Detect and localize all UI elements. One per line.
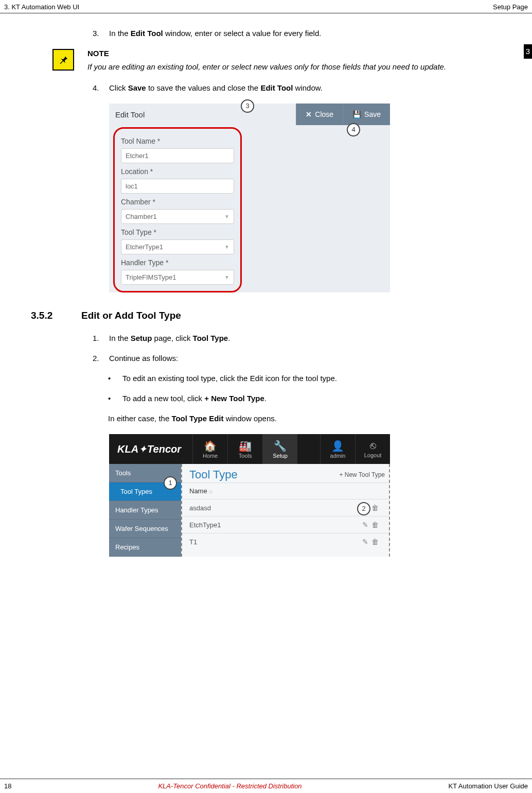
- tool-name-label: Tool Name *: [121, 137, 234, 145]
- figure-edit-tool: Edit Tool ✕Close 💾Save Tool Name * Etche…: [109, 104, 390, 292]
- wrench-icon: 🔧: [274, 440, 287, 452]
- new-tool-type-button[interactable]: + New Tool Type: [339, 471, 385, 478]
- chevron-down-icon: ▼: [224, 214, 229, 219]
- tools-icon: 🏭: [239, 440, 252, 452]
- chevron-down-icon: ▼: [224, 244, 229, 250]
- table-row: T1 ✎🗑: [182, 533, 389, 550]
- tab-setup[interactable]: 🔧Setup: [262, 434, 297, 464]
- tab-logout[interactable]: ⎋Logout: [355, 434, 390, 464]
- close-icon: ✕: [306, 110, 312, 118]
- section-title: Edit or Add Tool Type: [81, 310, 181, 321]
- save-button[interactable]: 💾Save: [343, 104, 390, 125]
- table-header: Name ◇: [182, 482, 389, 499]
- figure-tool-type: KLA✦Tencor 🏠Home 🏭Tools 🔧Setup 👤admin ⎋L…: [109, 434, 390, 557]
- section-number: 3.5.2: [31, 310, 81, 321]
- bullet-add: • To add a new tool, click + New Tool Ty…: [108, 394, 501, 403]
- chevron-down-icon: ▼: [224, 274, 229, 280]
- chamber-label: Chamber *: [121, 198, 234, 206]
- tab-tools[interactable]: 🏭Tools: [227, 434, 262, 464]
- tool-type-label: Tool Type *: [121, 228, 234, 236]
- chamber-select[interactable]: Chamber1▼: [121, 209, 234, 224]
- form-fields: Tool Name * Etcher1 Location * loc1 Cham…: [113, 127, 242, 292]
- step-2: 2. Continue as follows:: [93, 354, 501, 363]
- delete-icon[interactable]: 🗑: [371, 521, 382, 529]
- page-footer: 18 KLA-Tencor Confidential - Restricted …: [0, 779, 532, 790]
- step-num: 3.: [93, 29, 109, 38]
- home-icon: 🏠: [204, 440, 217, 452]
- step-3: 3. In the Edit Tool window, enter or sel…: [93, 29, 501, 38]
- handler-type-label: Handler Type *: [121, 258, 234, 267]
- step-1: 1. In the Setup page, click Tool Type.: [93, 334, 501, 342]
- pushpin-icon: [52, 49, 74, 71]
- logo: KLA✦Tencor: [109, 443, 192, 455]
- sidebar-item-recipes[interactable]: Recipes: [109, 538, 181, 557]
- section-heading: 3.5.2 Edit or Add Tool Type: [31, 310, 501, 321]
- location-input[interactable]: loc1: [121, 179, 234, 194]
- sort-icon: ◇: [209, 489, 212, 494]
- result-line: In either case, the Tool Type Edit windo…: [108, 414, 501, 423]
- note-title: NOTE: [87, 49, 446, 58]
- delete-icon[interactable]: 🗑: [371, 538, 382, 546]
- header-left: 3. KT Automation Web UI: [4, 3, 79, 11]
- step-4: 4. Click Save to save the values and clo…: [93, 83, 501, 92]
- name-column[interactable]: Name ◇: [189, 487, 212, 495]
- footer-right: KT Automation User Guide: [449, 782, 528, 790]
- tab-home[interactable]: 🏠Home: [192, 434, 227, 464]
- close-button[interactable]: ✕Close: [296, 104, 343, 125]
- sidebar-item-wafer-sequences[interactable]: Wafer Sequences: [109, 520, 181, 538]
- note-text: If you are editing an existing tool, ent…: [87, 62, 446, 72]
- handler-type-select[interactable]: TripleFIMSType1▼: [121, 270, 234, 285]
- footer-center: KLA-Tencor Confidential - Restricted Dis…: [158, 782, 302, 790]
- step-text: In the Edit Tool window, enter or select…: [109, 29, 501, 38]
- bullet-edit: • To edit an existing tool type, click t…: [108, 374, 501, 383]
- step-text: Click Save to save the values and close …: [109, 83, 501, 92]
- callout-4: 4: [347, 123, 360, 136]
- page-header: 3. KT Automation Web UI Setup Page: [0, 0, 532, 13]
- edit-icon[interactable]: ✎: [362, 538, 371, 546]
- top-menubar: KLA✦Tencor 🏠Home 🏭Tools 🔧Setup 👤admin ⎋L…: [109, 434, 390, 464]
- dialog-title: Edit Tool: [109, 110, 145, 119]
- save-icon: 💾: [352, 110, 361, 118]
- step-num: 4.: [93, 83, 109, 92]
- sidebar-item-handler-types[interactable]: Handler Types: [109, 501, 181, 520]
- location-label: Location *: [121, 167, 234, 176]
- edit-icon[interactable]: ✎: [362, 521, 371, 529]
- table-row: EtchType1 ✎🗑: [182, 516, 389, 533]
- page-number: 18: [4, 782, 11, 790]
- chapter-tab: 3: [524, 44, 532, 59]
- tool-type-select[interactable]: EtcherType1▼: [121, 239, 234, 254]
- delete-icon[interactable]: 🗑: [371, 504, 382, 512]
- note-block: NOTE If you are editing an existing tool…: [52, 49, 501, 72]
- header-right: Setup Page: [493, 3, 528, 11]
- tool-name-input[interactable]: Etcher1: [121, 148, 234, 163]
- user-icon: 👤: [331, 440, 344, 452]
- tab-admin[interactable]: 👤admin: [320, 434, 355, 464]
- logout-icon: ⎋: [370, 440, 376, 452]
